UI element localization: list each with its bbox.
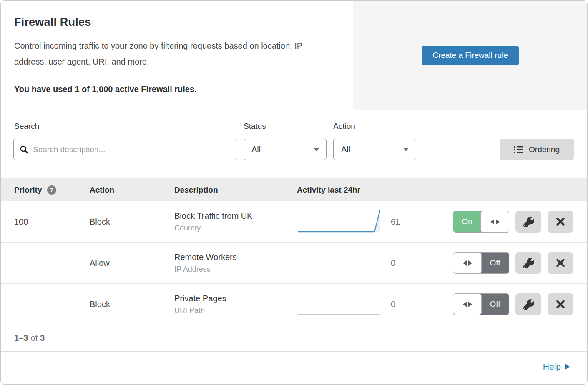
rule-description: Block Traffic from UK (174, 211, 297, 221)
rule-enabled-toggle[interactable]: Off (453, 293, 509, 315)
filters-section: Search Status Action All All (1, 110, 587, 178)
rule-description: Remote Workers (174, 252, 297, 262)
intro-text-panel: Firewall Rules Control incoming traffic … (1, 1, 353, 110)
column-action: Action (90, 185, 174, 195)
toggle-state-label: Off (481, 294, 509, 315)
usage-note: You have used 1 of 1,000 active Firewall… (14, 85, 328, 94)
close-icon (556, 300, 565, 309)
ordering-button[interactable]: Ordering (500, 139, 574, 160)
rule-match-type: Country (174, 224, 297, 232)
status-select-value: All (251, 145, 261, 154)
table-row: 100 Block Block Traffic from UK Country … (1, 201, 587, 242)
edit-rule-button[interactable] (515, 211, 541, 232)
toggle-handle-arrows-icon (453, 252, 482, 274)
column-description: Description (174, 185, 297, 195)
delete-rule-button[interactable] (548, 211, 573, 232)
toggle-handle-arrows-icon (453, 293, 482, 315)
toggle-handle-arrows-icon (480, 211, 509, 232)
pagination-total: 3 (40, 333, 45, 343)
activity-sparkline (297, 290, 387, 319)
chevron-down-icon (313, 148, 319, 151)
action-select-value: All (341, 145, 350, 154)
table-row: Allow Remote Workers IP Address 0 Off (1, 242, 587, 284)
firewall-rules-card: Firewall Rules Control incoming traffic … (0, 0, 588, 385)
wrench-icon (523, 217, 534, 227)
search-input[interactable] (33, 145, 231, 154)
page-description: Control incoming traffic to your zone by… (14, 38, 328, 70)
close-icon (556, 258, 565, 268)
activity-sparkline (297, 208, 387, 236)
rule-match-type: URI Path (174, 306, 297, 315)
create-firewall-rule-button[interactable]: Create a Firewall rule (422, 46, 519, 65)
activity-count: 0 (387, 300, 416, 309)
rule-action: Block (90, 300, 174, 309)
action-select[interactable]: All (333, 139, 416, 160)
table-header: Priority ? Action Description Activity l… (1, 178, 587, 201)
edit-rule-button[interactable] (515, 252, 541, 274)
search-box (13, 139, 237, 160)
close-icon (556, 217, 565, 226)
delete-rule-button[interactable] (548, 293, 573, 315)
ordering-button-label: Ordering (529, 145, 560, 154)
chevron-down-icon (403, 148, 409, 151)
help-link[interactable]: Help (543, 362, 570, 372)
table-row: Block Private Pages URI Path 0 Off (1, 284, 587, 325)
toggle-state-label: On (453, 211, 481, 232)
toggle-state-label: Off (481, 252, 509, 273)
column-priority: Priority (14, 185, 42, 195)
rule-action: Allow (90, 258, 174, 268)
status-label: Status (244, 122, 266, 131)
pagination-range: 1–3 (14, 333, 28, 343)
help-bar: Help (1, 352, 587, 382)
activity-count: 61 (387, 217, 416, 227)
wrench-icon (523, 258, 534, 268)
status-select[interactable]: All (244, 139, 327, 160)
edit-rule-button[interactable] (515, 293, 541, 315)
create-rule-panel: Create a Firewall rule (353, 1, 587, 110)
priority-help-icon[interactable]: ? (47, 185, 56, 195)
column-activity: Activity last 24hr (297, 185, 360, 195)
pagination-bar: 1–3 of 3 (1, 325, 587, 352)
activity-sparkline (297, 249, 387, 278)
rule-enabled-toggle[interactable]: Off (453, 252, 509, 274)
help-link-label: Help (543, 362, 561, 372)
pagination-of-text: of (30, 333, 38, 343)
ordering-list-icon (514, 145, 523, 153)
intro-section: Firewall Rules Control incoming traffic … (1, 1, 587, 110)
action-label: Action (333, 122, 355, 131)
page-title: Firewall Rules (14, 16, 328, 29)
rule-priority: 100 (14, 217, 90, 227)
search-label: Search (14, 122, 39, 131)
search-icon (20, 145, 29, 154)
rule-description: Private Pages (174, 294, 297, 303)
help-arrow-icon (565, 363, 570, 370)
wrench-icon (523, 299, 534, 310)
activity-count: 0 (387, 258, 416, 268)
rule-enabled-toggle[interactable]: On (453, 211, 509, 232)
rule-action: Block (90, 217, 174, 227)
delete-rule-button[interactable] (548, 252, 573, 274)
rule-match-type: IP Address (174, 265, 297, 274)
